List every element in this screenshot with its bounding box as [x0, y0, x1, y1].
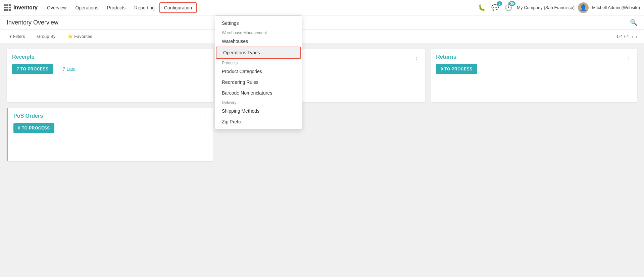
- dropdown-product-categories[interactable]: Product Categories: [215, 66, 302, 77]
- group-by-button[interactable]: Group By: [34, 33, 58, 40]
- pos-orders-title: PoS Orders: [13, 113, 43, 119]
- grid-icon: [4, 4, 11, 11]
- dropdown-operations-types[interactable]: Operations Types: [216, 47, 301, 59]
- dropdown-shipping-methods[interactable]: Shipping Methods: [215, 106, 302, 116]
- dropdown-reordering-rules[interactable]: Reordering Rules: [215, 77, 302, 88]
- clock-icon-btn[interactable]: 🕐 35: [503, 3, 513, 13]
- receipts-card-header: Receipts ⋮: [12, 54, 208, 60]
- pos-orders-process-btn[interactable]: 0 TO PROCESS: [13, 123, 54, 133]
- pos-orders-card-row: 0 TO PROCESS: [13, 123, 208, 133]
- user-avatar[interactable]: 👤: [578, 2, 589, 13]
- receipts-title: Receipts: [12, 54, 35, 60]
- returns-card-row: 0 TO PROCESS: [436, 64, 632, 74]
- nav-overview[interactable]: Overview: [43, 3, 70, 12]
- returns-card: Returns ⋮ 0 TO PROCESS: [431, 49, 637, 102]
- bug-icon-btn[interactable]: 🐛: [477, 3, 487, 13]
- pagination-text: 1-4 / 4: [616, 34, 629, 39]
- dropdown-warehouses[interactable]: Warehouses: [215, 36, 302, 47]
- filter-bar: ▾ Filters Group By ⭐ Favorites 1-4 / 4 ‹…: [0, 30, 644, 43]
- receipts-process-btn[interactable]: 7 TO PROCESS: [12, 64, 53, 74]
- user-name: Mitchell Admin (Website): [592, 5, 640, 10]
- configuration-dropdown: Settings Warehouse Management Warehouses…: [215, 15, 302, 129]
- favorites-button[interactable]: ⭐ Favorites: [65, 33, 95, 40]
- navbar-right: 🐛 💬 5 🕐 35 My Company (San Francisco) 👤 …: [477, 2, 640, 13]
- page-header: Inventory Overview 🔍: [0, 15, 644, 30]
- filter-icon: ▾: [9, 34, 12, 39]
- receipts-menu-icon[interactable]: ⋮: [202, 54, 208, 60]
- dropdown-settings[interactable]: Settings: [215, 18, 302, 29]
- star-icon: ⭐: [67, 34, 73, 39]
- delivery-menu-icon[interactable]: ⋮: [414, 54, 420, 60]
- page-title: Inventory Overview: [7, 19, 58, 26]
- nav-products[interactable]: Products: [103, 3, 130, 12]
- returns-process-btn[interactable]: 0 TO PROCESS: [436, 64, 477, 74]
- dropdown-zip-prefix[interactable]: Zip Prefix: [215, 116, 302, 127]
- filters-button[interactable]: ▾ Filters: [7, 33, 28, 40]
- prev-page-btn[interactable]: ‹: [632, 34, 633, 39]
- favorites-label: Favorites: [74, 34, 92, 39]
- messages-badge: 5: [497, 1, 502, 6]
- main-content: Receipts ⋮ 7 TO PROCESS 7 Late Delivery …: [0, 43, 644, 167]
- pos-orders-card-header: PoS Orders ⋮: [13, 113, 208, 119]
- receipts-stat: 7 Late: [62, 66, 76, 72]
- receipts-card: Receipts ⋮ 7 TO PROCESS 7 Late: [7, 49, 213, 102]
- next-page-btn[interactable]: ›: [636, 34, 637, 39]
- pos-orders-menu-icon[interactable]: ⋮: [202, 113, 208, 119]
- dropdown-section-delivery: Delivery: [215, 98, 302, 106]
- pos-orders-card: PoS Orders ⋮ 0 TO PROCESS: [7, 108, 213, 161]
- company-name: My Company (San Francisco): [517, 5, 575, 10]
- nav-configuration[interactable]: Configuration: [159, 2, 197, 13]
- receipts-card-row: 7 TO PROCESS 7 Late: [12, 64, 208, 74]
- clock-badge: 35: [508, 1, 515, 6]
- messages-icon-btn[interactable]: 💬 5: [490, 3, 500, 13]
- dropdown-barcode-nomenclatures[interactable]: Barcode Nomenclatures: [215, 88, 302, 98]
- dropdown-section-warehouse: Warehouse Management: [215, 29, 302, 36]
- groupby-label: Group By: [37, 34, 55, 39]
- search-icon-btn[interactable]: 🔍: [630, 19, 637, 26]
- brand[interactable]: Inventory: [4, 4, 38, 11]
- returns-menu-icon[interactable]: ⋮: [626, 54, 632, 60]
- top-navbar: Inventory Overview Operations Products R…: [0, 0, 644, 15]
- nav-reporting[interactable]: Reporting: [130, 3, 159, 12]
- nav-items: Overview Operations Products Reporting C…: [43, 2, 477, 13]
- dropdown-section-products: Products: [215, 59, 302, 66]
- returns-card-header: Returns ⋮: [436, 54, 632, 60]
- filters-label: Filters: [13, 34, 25, 39]
- returns-title: Returns: [436, 54, 456, 60]
- pagination-info: 1-4 / 4 ‹ ›: [616, 34, 637, 39]
- nav-operations[interactable]: Operations: [71, 3, 102, 12]
- brand-label: Inventory: [13, 5, 38, 11]
